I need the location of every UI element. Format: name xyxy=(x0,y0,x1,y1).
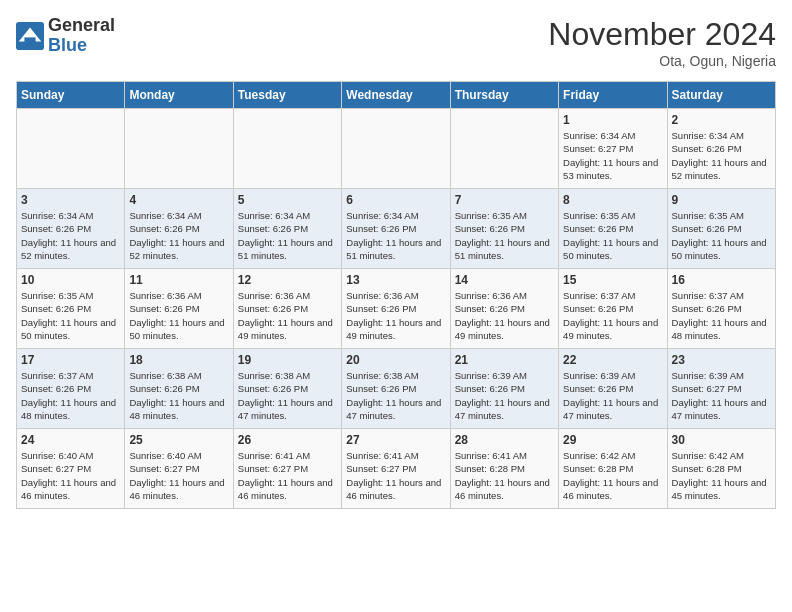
calendar-cell: 21Sunrise: 6:39 AM Sunset: 6:26 PM Dayli… xyxy=(450,349,558,429)
day-number: 6 xyxy=(346,193,445,207)
location: Ota, Ogun, Nigeria xyxy=(548,53,776,69)
calendar-cell: 4Sunrise: 6:34 AM Sunset: 6:26 PM Daylig… xyxy=(125,189,233,269)
day-info: Sunrise: 6:34 AM Sunset: 6:26 PM Dayligh… xyxy=(238,209,337,262)
day-number: 3 xyxy=(21,193,120,207)
day-number: 13 xyxy=(346,273,445,287)
day-number: 14 xyxy=(455,273,554,287)
day-number: 17 xyxy=(21,353,120,367)
calendar-cell: 24Sunrise: 6:40 AM Sunset: 6:27 PM Dayli… xyxy=(17,429,125,509)
day-info: Sunrise: 6:41 AM Sunset: 6:27 PM Dayligh… xyxy=(346,449,445,502)
day-number: 9 xyxy=(672,193,771,207)
day-number: 23 xyxy=(672,353,771,367)
day-info: Sunrise: 6:36 AM Sunset: 6:26 PM Dayligh… xyxy=(455,289,554,342)
logo-blue-text: Blue xyxy=(48,36,115,56)
calendar-week-row: 10Sunrise: 6:35 AM Sunset: 6:26 PM Dayli… xyxy=(17,269,776,349)
day-info: Sunrise: 6:39 AM Sunset: 6:26 PM Dayligh… xyxy=(455,369,554,422)
header-day: Monday xyxy=(125,82,233,109)
calendar-cell: 12Sunrise: 6:36 AM Sunset: 6:26 PM Dayli… xyxy=(233,269,341,349)
day-number: 4 xyxy=(129,193,228,207)
calendar-cell: 11Sunrise: 6:36 AM Sunset: 6:26 PM Dayli… xyxy=(125,269,233,349)
day-number: 30 xyxy=(672,433,771,447)
day-number: 27 xyxy=(346,433,445,447)
calendar-cell xyxy=(17,109,125,189)
day-info: Sunrise: 6:38 AM Sunset: 6:26 PM Dayligh… xyxy=(129,369,228,422)
day-info: Sunrise: 6:36 AM Sunset: 6:26 PM Dayligh… xyxy=(129,289,228,342)
header-day: Tuesday xyxy=(233,82,341,109)
calendar-week-row: 3Sunrise: 6:34 AM Sunset: 6:26 PM Daylig… xyxy=(17,189,776,269)
logo-icon xyxy=(16,22,44,50)
day-number: 7 xyxy=(455,193,554,207)
calendar-cell: 2Sunrise: 6:34 AM Sunset: 6:26 PM Daylig… xyxy=(667,109,775,189)
calendar-week-row: 1Sunrise: 6:34 AM Sunset: 6:27 PM Daylig… xyxy=(17,109,776,189)
calendar-cell: 30Sunrise: 6:42 AM Sunset: 6:28 PM Dayli… xyxy=(667,429,775,509)
day-info: Sunrise: 6:39 AM Sunset: 6:26 PM Dayligh… xyxy=(563,369,662,422)
day-info: Sunrise: 6:38 AM Sunset: 6:26 PM Dayligh… xyxy=(346,369,445,422)
day-info: Sunrise: 6:36 AM Sunset: 6:26 PM Dayligh… xyxy=(346,289,445,342)
calendar-cell: 7Sunrise: 6:35 AM Sunset: 6:26 PM Daylig… xyxy=(450,189,558,269)
calendar-cell: 8Sunrise: 6:35 AM Sunset: 6:26 PM Daylig… xyxy=(559,189,667,269)
day-number: 21 xyxy=(455,353,554,367)
calendar-cell: 6Sunrise: 6:34 AM Sunset: 6:26 PM Daylig… xyxy=(342,189,450,269)
calendar-cell: 13Sunrise: 6:36 AM Sunset: 6:26 PM Dayli… xyxy=(342,269,450,349)
calendar-cell xyxy=(450,109,558,189)
day-info: Sunrise: 6:35 AM Sunset: 6:26 PM Dayligh… xyxy=(563,209,662,262)
logo-general-text: General xyxy=(48,16,115,36)
day-number: 15 xyxy=(563,273,662,287)
day-info: Sunrise: 6:40 AM Sunset: 6:27 PM Dayligh… xyxy=(129,449,228,502)
month-title: November 2024 xyxy=(548,16,776,53)
calendar-cell: 23Sunrise: 6:39 AM Sunset: 6:27 PM Dayli… xyxy=(667,349,775,429)
day-number: 11 xyxy=(129,273,228,287)
day-info: Sunrise: 6:42 AM Sunset: 6:28 PM Dayligh… xyxy=(563,449,662,502)
day-number: 25 xyxy=(129,433,228,447)
page-header: General Blue November 2024 Ota, Ogun, Ni… xyxy=(16,16,776,69)
day-info: Sunrise: 6:39 AM Sunset: 6:27 PM Dayligh… xyxy=(672,369,771,422)
calendar-cell: 19Sunrise: 6:38 AM Sunset: 6:26 PM Dayli… xyxy=(233,349,341,429)
logo-text: General Blue xyxy=(48,16,115,56)
calendar-cell: 25Sunrise: 6:40 AM Sunset: 6:27 PM Dayli… xyxy=(125,429,233,509)
day-info: Sunrise: 6:42 AM Sunset: 6:28 PM Dayligh… xyxy=(672,449,771,502)
header-day: Saturday xyxy=(667,82,775,109)
header-row: SundayMondayTuesdayWednesdayThursdayFrid… xyxy=(17,82,776,109)
calendar-cell: 17Sunrise: 6:37 AM Sunset: 6:26 PM Dayli… xyxy=(17,349,125,429)
header-day: Thursday xyxy=(450,82,558,109)
calendar-cell xyxy=(342,109,450,189)
calendar-cell: 18Sunrise: 6:38 AM Sunset: 6:26 PM Dayli… xyxy=(125,349,233,429)
header-day: Friday xyxy=(559,82,667,109)
day-info: Sunrise: 6:41 AM Sunset: 6:27 PM Dayligh… xyxy=(238,449,337,502)
day-number: 10 xyxy=(21,273,120,287)
calendar-cell: 15Sunrise: 6:37 AM Sunset: 6:26 PM Dayli… xyxy=(559,269,667,349)
svg-rect-2 xyxy=(24,37,35,44)
day-number: 29 xyxy=(563,433,662,447)
day-info: Sunrise: 6:38 AM Sunset: 6:26 PM Dayligh… xyxy=(238,369,337,422)
day-number: 5 xyxy=(238,193,337,207)
calendar-cell: 16Sunrise: 6:37 AM Sunset: 6:26 PM Dayli… xyxy=(667,269,775,349)
day-info: Sunrise: 6:37 AM Sunset: 6:26 PM Dayligh… xyxy=(21,369,120,422)
day-number: 22 xyxy=(563,353,662,367)
day-info: Sunrise: 6:37 AM Sunset: 6:26 PM Dayligh… xyxy=(672,289,771,342)
calendar-week-row: 17Sunrise: 6:37 AM Sunset: 6:26 PM Dayli… xyxy=(17,349,776,429)
calendar-cell xyxy=(233,109,341,189)
calendar-cell xyxy=(125,109,233,189)
calendar-cell: 3Sunrise: 6:34 AM Sunset: 6:26 PM Daylig… xyxy=(17,189,125,269)
day-number: 2 xyxy=(672,113,771,127)
day-info: Sunrise: 6:40 AM Sunset: 6:27 PM Dayligh… xyxy=(21,449,120,502)
day-number: 24 xyxy=(21,433,120,447)
day-info: Sunrise: 6:34 AM Sunset: 6:26 PM Dayligh… xyxy=(129,209,228,262)
day-info: Sunrise: 6:34 AM Sunset: 6:27 PM Dayligh… xyxy=(563,129,662,182)
day-info: Sunrise: 6:35 AM Sunset: 6:26 PM Dayligh… xyxy=(672,209,771,262)
calendar-cell: 14Sunrise: 6:36 AM Sunset: 6:26 PM Dayli… xyxy=(450,269,558,349)
day-number: 12 xyxy=(238,273,337,287)
day-number: 20 xyxy=(346,353,445,367)
header-day: Wednesday xyxy=(342,82,450,109)
calendar-cell: 5Sunrise: 6:34 AM Sunset: 6:26 PM Daylig… xyxy=(233,189,341,269)
day-number: 18 xyxy=(129,353,228,367)
day-number: 8 xyxy=(563,193,662,207)
day-info: Sunrise: 6:34 AM Sunset: 6:26 PM Dayligh… xyxy=(346,209,445,262)
day-number: 26 xyxy=(238,433,337,447)
day-number: 28 xyxy=(455,433,554,447)
calendar-cell: 9Sunrise: 6:35 AM Sunset: 6:26 PM Daylig… xyxy=(667,189,775,269)
day-info: Sunrise: 6:36 AM Sunset: 6:26 PM Dayligh… xyxy=(238,289,337,342)
title-block: November 2024 Ota, Ogun, Nigeria xyxy=(548,16,776,69)
calendar-cell: 29Sunrise: 6:42 AM Sunset: 6:28 PM Dayli… xyxy=(559,429,667,509)
day-info: Sunrise: 6:34 AM Sunset: 6:26 PM Dayligh… xyxy=(21,209,120,262)
